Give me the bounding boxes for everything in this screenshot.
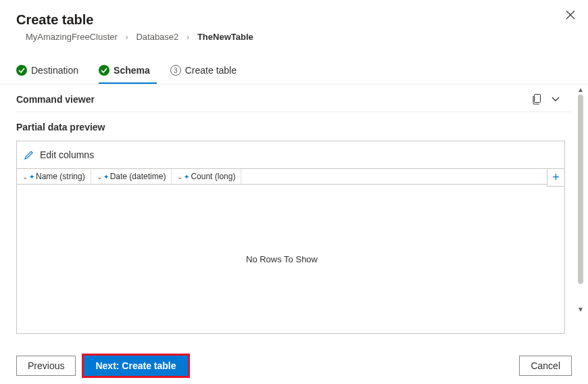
step-destination[interactable]: Destination: [16, 61, 85, 84]
expand-button[interactable]: [549, 93, 562, 106]
column-header-count[interactable]: ⌄ ✦ Count (long): [172, 169, 241, 184]
chevron-down-icon: ⌄: [22, 173, 28, 181]
chevron-right-icon: ›: [125, 32, 128, 42]
column-label: Date (datetime): [110, 172, 166, 181]
scrollbar[interactable]: ▲ ▼: [576, 85, 585, 314]
column-header-date[interactable]: ⌄ ✦ Date (datetime): [91, 169, 172, 184]
next-create-table-button[interactable]: Next: Create table: [84, 356, 187, 376]
copy-icon: [532, 94, 541, 105]
close-button[interactable]: [564, 8, 577, 22]
pencil-icon: [24, 149, 34, 160]
step-label: Schema: [114, 65, 150, 76]
step-schema[interactable]: Schema: [99, 61, 157, 84]
column-label: Count (long): [191, 172, 235, 181]
copy-button[interactable]: [530, 93, 543, 106]
add-column-button[interactable]: +: [547, 169, 564, 187]
partial-data-preview-title: Partial data preview: [16, 112, 572, 141]
data-preview-table: ⌄ ✦ Name (string) ⌄ ✦ Date (datetime) ⌄ …: [16, 169, 565, 334]
edit-columns-button[interactable]: Edit columns: [16, 141, 565, 169]
chevron-down-icon: ⌄: [177, 173, 182, 181]
svg-rect-0: [535, 95, 541, 103]
type-icon: ✦: [184, 173, 189, 181]
check-icon: [16, 65, 27, 76]
chevron-down-icon: ⌄: [97, 173, 102, 181]
breadcrumb: MyAmazingFreeCluster › Database2 › TheNe…: [16, 28, 572, 47]
type-icon: ✦: [103, 173, 109, 181]
close-icon: [566, 10, 575, 20]
breadcrumb-item-current: TheNewTable: [197, 32, 253, 42]
chevron-right-icon: ›: [187, 32, 189, 42]
column-header-name[interactable]: ⌄ ✦ Name (string): [17, 169, 91, 184]
edit-columns-label: Edit columns: [40, 149, 94, 160]
step-label: Destination: [31, 65, 78, 76]
step-number-icon: 3: [170, 65, 181, 76]
check-icon: [99, 65, 109, 76]
command-viewer-title: Command viewer: [16, 94, 95, 105]
wizard-steps: Destination Schema 3 Create table: [0, 55, 588, 85]
previous-button[interactable]: Previous: [16, 356, 76, 376]
scroll-track[interactable]: [577, 95, 584, 304]
table-empty-state: No Rows To Show: [17, 185, 547, 333]
cancel-button[interactable]: Cancel: [519, 356, 572, 376]
column-label: Name (string): [36, 172, 85, 181]
scroll-down-icon[interactable]: ▼: [576, 304, 585, 314]
chevron-down-icon: [551, 96, 560, 103]
breadcrumb-item[interactable]: Database2: [136, 32, 178, 42]
breadcrumb-item[interactable]: MyAmazingFreeCluster: [26, 32, 118, 42]
page-title: Create table: [16, 12, 572, 28]
plus-icon: +: [552, 170, 560, 185]
scroll-up-icon[interactable]: ▲: [576, 85, 585, 95]
step-label: Create table: [185, 65, 237, 76]
scroll-thumb[interactable]: [578, 95, 583, 284]
wizard-footer: Previous Next: Create table Cancel: [0, 356, 588, 376]
type-icon: ✦: [29, 173, 34, 181]
step-create-table[interactable]: 3 Create table: [170, 61, 243, 84]
